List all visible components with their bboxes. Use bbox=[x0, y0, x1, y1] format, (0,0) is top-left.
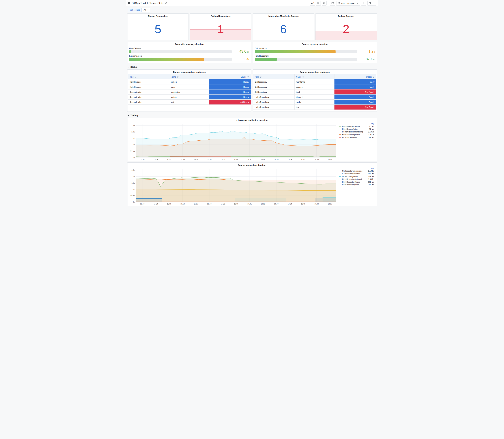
panel-title[interactable]: Cluster reconciliation duration bbox=[127, 118, 377, 122]
panel-title[interactable]: Failing Reconcilers bbox=[190, 14, 251, 18]
gauge-bar bbox=[255, 50, 335, 53]
status-badge: Ready bbox=[209, 95, 251, 99]
panel-title[interactable]: Cluster reconciliation readiness bbox=[127, 70, 251, 74]
column-header-name[interactable]: Name bbox=[169, 76, 209, 78]
legend-item[interactable]: HelmRepository/bitnami 1.695 s bbox=[339, 178, 374, 181]
status-badge: Ready bbox=[334, 85, 376, 89]
legend-item[interactable]: HelmRelease/contour 71 ms bbox=[339, 125, 374, 128]
series-name: GitRepository/podinfo bbox=[342, 173, 367, 175]
svg-text:0 s: 0 s bbox=[133, 201, 135, 203]
gauge-track bbox=[129, 58, 232, 61]
name-cell: monitoring bbox=[294, 79, 334, 85]
table-row: HelmReleaseminioReady bbox=[128, 85, 251, 89]
chevron-down-icon bbox=[373, 2, 375, 4]
save-dashboard-button[interactable] bbox=[316, 1, 321, 5]
legend-item[interactable]: Kustomization/test 84 ms bbox=[339, 136, 374, 139]
panel-title[interactable]: Failing Sources bbox=[316, 14, 377, 18]
series-avg-value: 338 ms bbox=[368, 175, 374, 178]
name-cell: minio bbox=[294, 99, 334, 105]
section-status[interactable]: Status bbox=[126, 64, 378, 69]
kind-cell: HelmRelease bbox=[128, 85, 169, 89]
share-icon[interactable] bbox=[165, 2, 167, 4]
clock-icon bbox=[338, 2, 340, 4]
name-cell: monitoring bbox=[169, 89, 209, 95]
name-cell: test2 bbox=[294, 89, 334, 95]
panel-title[interactable]: Source acquisition duration bbox=[127, 163, 377, 167]
section-timing[interactable]: Timing bbox=[126, 113, 378, 118]
legend-item[interactable]: HelmRepository/minio 108 ms bbox=[339, 181, 374, 183]
filter-icon bbox=[247, 76, 249, 78]
dashboard-grid-icon[interactable] bbox=[128, 2, 130, 4]
panel-title[interactable]: Reconciler ops avg. duration bbox=[127, 42, 251, 46]
svg-text:0 s: 0 s bbox=[133, 157, 135, 158]
table-row: HelmRepositorybitnamiReady bbox=[253, 95, 376, 99]
gauge-label: GitRepository bbox=[255, 47, 375, 49]
svg-text:500 ms: 500 ms bbox=[129, 195, 135, 196]
refresh-interval-dropdown[interactable] bbox=[372, 1, 376, 5]
legend-avg-header[interactable]: avg bbox=[339, 122, 374, 125]
series-avg-value: 289 ms bbox=[368, 184, 374, 186]
column-header-status[interactable]: Status bbox=[209, 76, 251, 78]
panel-title[interactable]: Source acquisition readiness bbox=[253, 70, 377, 74]
legend-avg-header[interactable]: avg bbox=[339, 167, 374, 170]
gauge-label: Kustomization bbox=[129, 55, 250, 57]
status-badge: Ready bbox=[334, 79, 376, 85]
legend-item[interactable]: Kustomization/podinfo 1.071 s bbox=[339, 133, 374, 136]
series-name: HelmRelease/minio bbox=[342, 128, 368, 130]
legend-item[interactable]: GitRepository/test2 338 ms bbox=[339, 175, 374, 178]
name-cell: podinfo bbox=[294, 85, 334, 89]
time-series-plot: 15:5315:5415:5515:5615:5715:5815:5916:00… bbox=[128, 122, 337, 161]
chart-legend: avg GitRepository/monitoring 1.594 s Git… bbox=[337, 167, 376, 206]
legend-item[interactable]: HelmRelease/minio 16 ms bbox=[339, 128, 374, 131]
variable-namespace-label[interactable]: namespace bbox=[128, 8, 142, 12]
stat-value: 1 bbox=[217, 23, 224, 35]
svg-text:16:03: 16:03 bbox=[274, 203, 279, 205]
column-header-status[interactable]: Status bbox=[334, 76, 376, 78]
svg-text:16:01: 16:01 bbox=[247, 158, 252, 160]
table-row: GitRepositorypodinfoReady bbox=[253, 85, 376, 89]
column-header-kind[interactable]: Kind bbox=[128, 76, 169, 78]
panel-title[interactable]: Source ops avg. duration bbox=[253, 42, 377, 46]
svg-text:16:06: 16:06 bbox=[314, 158, 319, 160]
svg-text:2.0 s: 2.0 s bbox=[131, 176, 135, 177]
legend-item[interactable]: GitRepository/monitoring 1.594 s bbox=[339, 170, 374, 172]
table-row: KustomizationpodinfoReady bbox=[128, 95, 251, 99]
status-badge: Not Ready bbox=[209, 99, 251, 105]
series-name: HelmRepository/bitnami bbox=[342, 178, 367, 180]
filter-icon bbox=[373, 76, 375, 78]
legend-item[interactable]: GitRepository/podinfo 980 ms bbox=[339, 172, 374, 175]
tv-mode-button[interactable] bbox=[330, 1, 335, 5]
legend-item[interactable]: HelmRepository/test 289 ms bbox=[339, 183, 374, 186]
kind-cell: GitRepository bbox=[253, 89, 295, 95]
time-range-picker[interactable]: Last 15 minutes bbox=[336, 1, 360, 5]
table-row: HelmRepositoryminioReady bbox=[253, 99, 376, 105]
svg-text:16:04: 16:04 bbox=[288, 203, 292, 205]
svg-text:15:57: 15:57 bbox=[194, 203, 198, 205]
readiness-table: Kind Name Status HelmReleasecontourReady… bbox=[128, 74, 251, 105]
svg-text:15:56: 15:56 bbox=[180, 203, 185, 205]
panel-title[interactable]: Cluster Reconcilers bbox=[127, 14, 189, 18]
series-avg-value: 980 ms bbox=[368, 173, 374, 175]
column-header-name[interactable]: Name bbox=[295, 76, 334, 78]
name-cell: test bbox=[294, 105, 334, 110]
zoom-out-button[interactable] bbox=[361, 1, 366, 5]
svg-text:1.5 s: 1.5 s bbox=[131, 182, 135, 184]
refresh-button[interactable] bbox=[367, 1, 372, 5]
kind-cell: HelmRepository bbox=[253, 99, 295, 105]
dashboard-settings-button[interactable] bbox=[322, 1, 327, 5]
name-cell: podinfo bbox=[169, 95, 209, 99]
variable-namespace-select[interactable]: All bbox=[142, 8, 150, 12]
time-series-plot: 15:5315:5415:5515:5615:5715:5815:5916:00… bbox=[128, 167, 337, 206]
column-header-kind[interactable]: Kind bbox=[253, 76, 294, 78]
gauge-bar bbox=[129, 50, 131, 53]
legend-item[interactable]: Kustomization/monitoring 1.605 s bbox=[339, 131, 374, 133]
series-avg-value: 1.071 s bbox=[368, 134, 374, 136]
panel-title[interactable]: Kubernetes Manifests Sources bbox=[253, 14, 314, 18]
svg-text:15:54: 15:54 bbox=[154, 203, 158, 205]
panel-source-acquisition-readiness: Source acquisition readiness Kind Name S… bbox=[253, 69, 377, 112]
series-name: GitRepository/test2 bbox=[342, 175, 367, 178]
stat-value: 2 bbox=[343, 23, 349, 35]
series-color-swatch bbox=[339, 179, 341, 179]
add-panel-button[interactable] bbox=[310, 1, 315, 5]
chevron-down-icon bbox=[356, 2, 358, 4]
